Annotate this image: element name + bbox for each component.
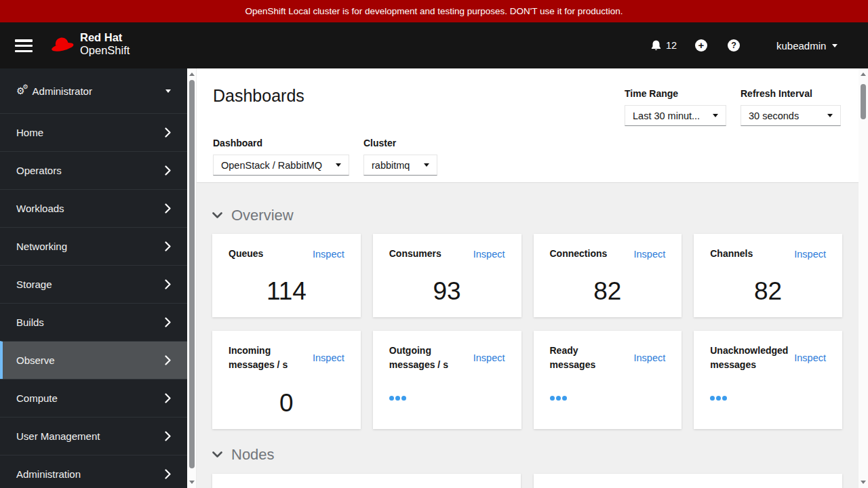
sidebar-item-builds[interactable]: Builds [0,303,187,341]
cluster-value: rabbitmq [372,160,410,171]
user-menu[interactable]: kubeadmin [776,40,837,52]
cluster-warning-banner: OpenShift Local cluster is for developme… [0,0,868,22]
sidebar-item-home[interactable]: Home [0,113,187,151]
card-value: 93 [389,279,505,309]
metric-card: Incoming messages / s Inspect 0 [212,331,361,429]
chevron-right-icon [165,469,171,479]
inspect-link[interactable]: Inspect [313,352,344,363]
metric-card: Outgoing messages / s Inspect [373,331,521,429]
scrollbar-thumb[interactable] [861,84,866,119]
section-overview-toggle[interactable]: Overview [212,207,842,224]
card-header: Unacknowledged messages Inspect [710,344,826,372]
page-header: Dashboards Time Range Last 30 minut... R… [197,68,859,183]
chevron-right-icon [165,241,171,251]
card-title: Unacknowledged messages [710,344,781,372]
section-title: Overview [231,207,294,224]
metric-card: Channels Inspect 82 [694,234,842,317]
nav-list: Home Operators Workloads Networking Stor… [0,113,187,488]
sidebar-item-administration[interactable]: Administration [0,455,187,488]
add-button[interactable]: + [695,39,707,52]
sidebar-item-label: Storage [16,279,52,290]
card-title: Outgoing messages / s [389,344,460,372]
page-title: Dashboards [213,86,304,106]
inspect-link[interactable]: Inspect [794,249,826,260]
inspect-link[interactable]: Inspect [634,249,666,260]
redhat-fedora-icon [48,35,75,54]
card-header: Connections Inspect [550,247,666,261]
card-header: Consumers Inspect [389,247,505,261]
content-scrollbar[interactable] [187,68,197,488]
sidebar-item-observe[interactable]: Observe [0,341,187,379]
question-icon: ? [731,41,736,50]
sidebar-item-label: Operators [16,165,62,176]
chevron-down-icon [212,451,222,458]
sidebar-item-operators[interactable]: Operators [0,151,187,189]
inspect-link[interactable]: Inspect [473,249,505,260]
nav-toggle-button[interactable] [15,39,33,52]
scroll-up-arrow[interactable] [189,73,195,76]
brand-line2: OpenShift [80,44,130,57]
help-button[interactable]: ? [728,39,740,52]
sidebar-item-label: Administration [16,468,81,480]
inspect-link[interactable]: Inspect [313,249,344,260]
banner-text: OpenShift Local cluster is for developme… [245,6,623,16]
refresh-interval-value: 30 seconds [749,110,799,121]
overview-cards-row-1: Queues Inspect 114 Consumers Inspect 93 … [212,234,842,317]
dashboard-select[interactable]: OpenStack / RabbitMQ [213,155,349,176]
card-header: Ready messages Inspect [550,344,666,372]
chevron-down-icon [424,163,429,167]
refresh-interval-control: Refresh Interval 30 seconds [741,88,841,126]
sidebar-item-compute[interactable]: Compute [0,379,187,417]
sidebar-item-label: Builds [16,317,44,328]
masthead: Red Hat OpenShift 12 + ? kubeadmin [0,22,868,68]
loading-dots-icon [710,396,826,401]
chevron-right-icon [165,317,171,327]
sidebar-item-label: Observe [16,354,55,366]
cluster-label: Cluster [363,138,437,148]
cluster-control: Cluster rabbitmq [363,138,437,176]
chevron-down-icon [827,114,833,117]
scroll-down-arrow[interactable] [861,481,866,484]
card-value: 82 [550,279,666,309]
scrollbar-thumb[interactable] [189,80,195,468]
card-header: Queues Inspect [229,247,344,261]
inspect-link[interactable]: Inspect [473,352,505,363]
metric-card: Connections Inspect 82 [534,234,682,317]
perspective-switcher[interactable]: ⚙⚙ Administrator [0,68,187,113]
section-title: Nodes [231,446,275,464]
time-range-control: Time Range Last 30 minut... [625,88,726,126]
loading-dots-icon [389,396,505,401]
card-title: Ready messages [550,344,621,372]
chevron-right-icon [165,127,171,138]
inspect-link[interactable]: Inspect [794,352,826,363]
sidebar-item-storage[interactable]: Storage [0,265,187,303]
chevron-down-icon [165,89,171,93]
sidebar-item-workloads[interactable]: Workloads [0,189,187,227]
time-range-select[interactable]: Last 30 minut... [625,105,726,126]
sidebar-item-user-management[interactable]: User Management [0,417,187,455]
section-nodes-toggle[interactable]: Nodes [212,446,842,464]
cluster-select[interactable]: rabbitmq [363,155,437,176]
dashboard-scrollbar[interactable] [859,68,868,488]
loading-dots-icon [550,396,666,401]
brand-line1: Red Hat [80,31,130,44]
inspect-link[interactable]: Inspect [634,352,666,363]
metric-card: Unacknowledged messages Inspect [694,331,842,429]
card-header: Channels Inspect [710,247,826,261]
metric-card: Queues Inspect 114 [212,234,361,317]
card-value: 0 [229,390,344,421]
sidebar-item-label: Workloads [16,203,64,214]
card-value: 114 [229,279,344,309]
notifications-button[interactable]: 12 [650,39,677,52]
time-range-label: Time Range [625,88,726,99]
node-chart-card [534,474,842,488]
sidebar-item-networking[interactable]: Networking [0,227,187,265]
card-value: 82 [710,279,826,309]
chevron-right-icon [165,431,171,441]
scroll-down-arrow[interactable] [189,481,195,484]
dashboard-control: Dashboard OpenStack / RabbitMQ [213,138,349,176]
brand-logo[interactable]: Red Hat OpenShift [48,31,130,57]
overview-cards-row-2: Incoming messages / s Inspect 0 Outgoing… [212,331,842,429]
scroll-up-arrow[interactable] [861,73,866,76]
refresh-interval-select[interactable]: 30 seconds [741,105,841,126]
